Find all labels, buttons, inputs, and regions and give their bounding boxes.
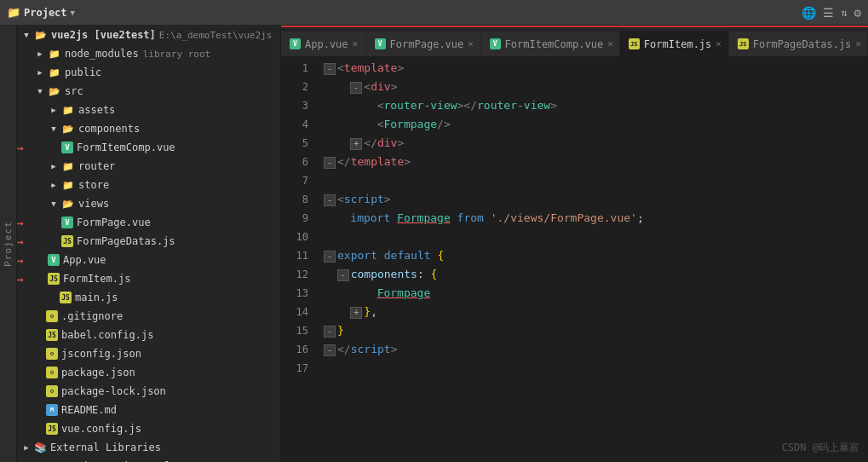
tree-item-router[interactable]: router xyxy=(17,157,280,176)
toolbar-project[interactable]: 📁 Project ▼ xyxy=(7,6,75,19)
tree-item-src[interactable]: src xyxy=(17,82,280,101)
tree-item-public[interactable]: public xyxy=(17,63,280,82)
item-label: .gitignore xyxy=(61,310,123,322)
chevron-icon xyxy=(34,48,46,60)
tree-item-vueconfig[interactable]: JS vue.config.js xyxy=(17,419,280,438)
tab-label: FormPage.vue xyxy=(390,38,464,50)
code-line-8: - <script> xyxy=(324,190,868,209)
fold-icon[interactable]: - xyxy=(324,251,336,263)
tree-item-babelconfig[interactable]: JS babel.config.js xyxy=(17,326,280,344)
chevron-icon xyxy=(48,160,60,172)
tree-item-formpagedatas[interactable]: → JS FormPageDatas.js xyxy=(17,232,280,251)
close-icon[interactable]: × xyxy=(855,38,861,49)
vue-file-icon: V xyxy=(61,217,73,228)
fold-icon[interactable]: - xyxy=(350,82,362,94)
item-label: FormPageDatas.js xyxy=(77,235,175,247)
item-label: README.md xyxy=(61,404,117,416)
tree-item-scratches[interactable]: 🖊 Scratches and Consoles xyxy=(17,457,280,462)
chevron-down-icon: ▼ xyxy=(71,9,75,17)
tab-label: FormItemComp.vue xyxy=(505,38,604,50)
js-file-icon: JS xyxy=(61,235,73,247)
tab-bar: V App.vue × V FormPage.vue × V FormItemC… xyxy=(281,27,868,57)
red-arrow-icon: → xyxy=(17,141,24,154)
code-line-10 xyxy=(324,228,868,246)
fold-icon[interactable]: + xyxy=(350,307,362,319)
item-label: node_modules xyxy=(65,48,139,60)
tree-item-formpage[interactable]: → V FormPage.vue xyxy=(17,213,280,232)
project-label: Project xyxy=(24,7,67,19)
tree-item-formitem[interactable]: → JS FormItem.js xyxy=(17,269,280,288)
list-icon[interactable]: ☰ xyxy=(823,6,834,20)
tab-formpage[interactable]: V FormPage.vue × xyxy=(366,31,481,56)
js-file-icon: JS xyxy=(60,292,72,303)
close-icon[interactable]: × xyxy=(353,38,359,49)
line-numbers: 1 2 3 4 5 6 7 8 9 10 11 12 13 14 15 16 1 xyxy=(281,57,315,462)
chevron-icon xyxy=(48,104,60,116)
project-path: E:\a_demoTest\vue2js xyxy=(159,30,272,41)
toolbar: 📁 Project ▼ 🌐 ☰ ⇅ ⚙ xyxy=(0,0,868,26)
tree-item-appvue[interactable]: → V App.vue xyxy=(17,251,280,269)
gear-icon[interactable]: ⚙ xyxy=(854,6,861,20)
tab-label: FormPageDatas.js xyxy=(753,38,852,50)
chevron-icon xyxy=(48,179,60,191)
tree-item-assets[interactable]: assets xyxy=(17,101,280,119)
fold-icon[interactable]: - xyxy=(324,326,336,338)
tree-item-package[interactable]: ⚙ package.json xyxy=(17,363,280,382)
close-icon[interactable]: × xyxy=(716,38,721,49)
close-icon[interactable]: × xyxy=(468,38,474,49)
editor-content: 1 2 3 4 5 6 7 8 9 10 11 12 13 14 15 16 1 xyxy=(281,57,868,462)
js-file-icon: JS xyxy=(48,273,60,285)
tree-item-packagelock[interactable]: ⚙ package-lock.json xyxy=(17,382,280,401)
fold-icon[interactable]: - xyxy=(324,63,336,75)
tab-formitem[interactable]: JS FormItem.js × xyxy=(620,31,729,56)
chevron-icon xyxy=(34,85,46,97)
tree-item-gitignore[interactable]: ⚙ .gitignore xyxy=(17,307,280,326)
tree-item-views[interactable]: views xyxy=(17,194,280,213)
code-line-7 xyxy=(324,171,868,190)
code-line-15: - } xyxy=(324,321,868,340)
fold-icon[interactable]: + xyxy=(350,138,362,150)
item-label: assets xyxy=(78,104,115,116)
folder-icon xyxy=(61,103,75,117)
code-editor[interactable]: - <template> - <div> <router-view></rout… xyxy=(315,57,868,462)
item-label: vue.config.js xyxy=(61,423,141,435)
close-icon[interactable]: × xyxy=(607,38,613,49)
fold-icon[interactable]: - xyxy=(337,269,349,281)
tree-item-formitemcomp[interactable]: → V FormItemComp.vue xyxy=(17,138,280,157)
sort-icon[interactable]: ⇅ xyxy=(841,7,847,19)
folder-icon xyxy=(48,66,61,79)
md-file-icon: M xyxy=(46,404,58,416)
item-label: jsconfig.json xyxy=(61,348,141,360)
globe-icon[interactable]: 🌐 xyxy=(802,6,816,20)
library-icon: 📚 xyxy=(34,442,47,453)
tree-item-external[interactable]: 📚 External Libraries xyxy=(17,438,280,457)
tab-formpagedatas[interactable]: JS FormPageDatas.js × xyxy=(729,31,868,56)
tree-item-mainjs[interactable]: JS main.js xyxy=(17,288,280,307)
tree-item-readme[interactable]: M README.md xyxy=(17,401,280,419)
tree-item-jsconfig[interactable]: ⚙ jsconfig.json xyxy=(17,344,280,363)
folder-open-icon xyxy=(34,28,48,42)
project-name: vue2js [vue2test] xyxy=(51,29,156,41)
toolbar-icons-right: 🌐 ☰ ⇅ ⚙ xyxy=(802,6,861,20)
item-label: components xyxy=(78,123,140,135)
fold-icon[interactable]: - xyxy=(324,344,336,356)
tab-appvue[interactable]: V App.vue × xyxy=(281,31,366,56)
red-arrow-icon: → xyxy=(17,254,24,267)
code-line-12: - components: { xyxy=(324,265,868,284)
chevron-icon xyxy=(20,29,32,41)
vue-icon: V xyxy=(290,38,301,49)
fold-icon[interactable]: - xyxy=(324,157,336,169)
tab-formitemcomp[interactable]: V FormItemComp.vue × xyxy=(481,31,620,56)
tree-item-node-modules[interactable]: node_modules library root xyxy=(17,44,280,63)
tree-item-store[interactable]: store xyxy=(17,176,280,194)
item-label: src xyxy=(65,85,83,97)
vue-file-icon: V xyxy=(61,141,73,153)
tree-item-components[interactable]: components xyxy=(17,119,280,138)
left-panel: Project xyxy=(0,26,17,462)
chevron-icon xyxy=(48,123,60,135)
folder-icon xyxy=(48,47,61,61)
project-root[interactable]: vue2js [vue2test] E:\a_demoTest\vue2js xyxy=(17,26,280,44)
item-label: babel.config.js xyxy=(61,329,153,341)
fold-icon[interactable]: - xyxy=(324,194,336,206)
folder-icon: 📁 xyxy=(7,6,20,19)
